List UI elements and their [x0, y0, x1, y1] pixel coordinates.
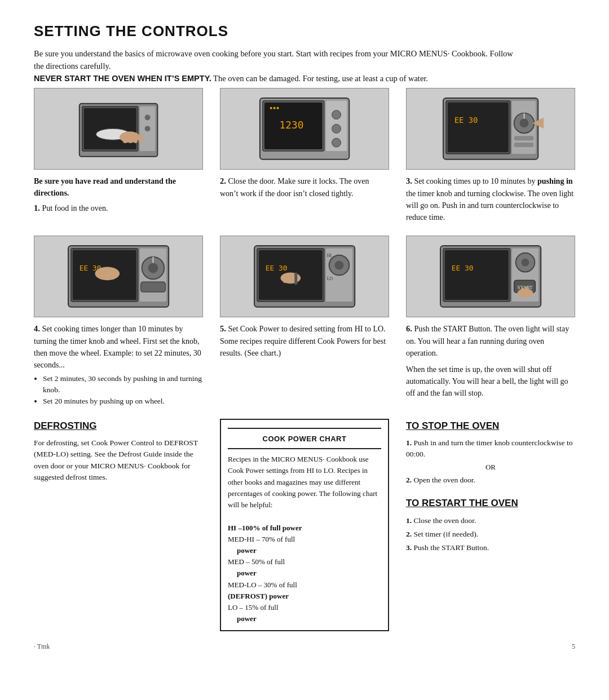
intro-paragraph: Be sure you understand the basics of mic…	[34, 48, 524, 85]
step4-bullet2: Set 20 minutes by pushing up on wheel.	[43, 396, 203, 407]
stop-step1: 1. Push in and turn the timer knob count…	[406, 437, 575, 472]
svg-rect-72	[525, 286, 528, 296]
chart-med-lo-label: MED-LO – 30% of full	[228, 581, 297, 589]
defrost-text: For defrosting, set Cook Power Control t…	[34, 437, 203, 483]
oven-door-illustration: 1230	[229, 92, 380, 165]
step2-num: 2.	[220, 176, 226, 185]
restart-step3-num: 3.	[406, 543, 412, 552]
step4-num: 4.	[34, 324, 40, 333]
step2-image: 1230	[220, 88, 389, 170]
chart-med-hi: MED-HI – 70% of full power	[228, 534, 381, 556]
restart-step2-text: Set timer (if needed).	[414, 530, 479, 538]
oven-timer-illustration: EE 30	[43, 240, 194, 313]
svg-point-17	[273, 107, 276, 109]
step5-image: EE 30 HI LO	[220, 236, 389, 317]
stop-oven-heading: TO STOP THE OVEN	[406, 419, 575, 433]
step1-body: Put food in the oven.	[42, 204, 108, 212]
restart-oven-heading: TO RESTART THE OVEN	[406, 496, 575, 511]
step3-image: EE 30	[406, 88, 575, 170]
restart-step1-num: 1.	[406, 516, 412, 525]
step1-text-block: Be sure you have read and understand the…	[34, 175, 203, 223]
svg-rect-45	[105, 268, 108, 278]
svg-point-67	[521, 259, 529, 267]
step4-bullets: Set 2 minutes, 30 seconds by pushing in …	[34, 373, 203, 407]
restart-step1: 1. Close the oven door.	[406, 515, 575, 526]
warning-bold: NEVER START THE OVEN WHEN IT’S EMPTY.	[34, 74, 211, 83]
cook-power-chart: COOK POWER CHART Recipes in the MICRO ME…	[220, 419, 389, 632]
step3-body: Set cooking times up to 10 minutes by	[414, 177, 537, 185]
stop-step1-text: Push in and turn the timer knob counterc…	[406, 438, 572, 458]
svg-rect-71	[521, 287, 524, 296]
step1-heading: Be sure you have read and understand the…	[34, 177, 176, 197]
step6-body: Push the START Button. The oven light wi…	[406, 325, 569, 357]
oven-power-illustration: EE 30 HI LO	[229, 240, 380, 313]
svg-rect-60	[287, 274, 290, 283]
chart-med-hi-label2: power	[228, 546, 257, 555]
restart-step1-text: Close the oven door.	[414, 516, 476, 525]
chart-lo-label2: power	[228, 614, 257, 623]
restart-oven-steps: 1. Close the oven door. 2. Set timer (if…	[406, 515, 575, 554]
svg-rect-9	[129, 132, 133, 144]
chart-med: MED – 50% of full power	[228, 556, 381, 579]
svg-rect-32	[514, 143, 534, 147]
svg-text:EE 30: EE 30	[454, 116, 478, 125]
warning-rest: The oven can be damaged. For testing, us…	[211, 74, 428, 83]
oven-knob-illustration: EE 30	[415, 92, 566, 165]
stop-step2: 2. Open the oven door.	[406, 475, 575, 486]
step3-bold: pushing in	[537, 177, 573, 185]
svg-point-16	[270, 107, 272, 109]
chart-hi-label: HI –100% of full power	[228, 524, 302, 532]
step4-bullet1: Set 2 minutes, 30 seconds by pushing in …	[43, 373, 203, 396]
step1-num: 1.	[34, 203, 40, 212]
step4-body: Set cooking times longer than 10 minutes…	[34, 325, 201, 369]
top-image-row: 1230 EE 30	[34, 88, 575, 170]
svg-text:HI: HI	[327, 253, 332, 258]
svg-text:1230: 1230	[279, 119, 303, 131]
restart-step2: 2. Set timer (if needed).	[406, 529, 575, 540]
stop-oven-steps: 1. Push in and turn the timer knob count…	[406, 437, 575, 486]
stop-step2-text: Open the oven door.	[414, 476, 475, 484]
step3-text-block: 3. Set cooking times up to 10 minutes by…	[406, 175, 575, 223]
page-number: 5	[572, 643, 575, 651]
svg-point-5	[145, 126, 151, 132]
second-image-row: EE 30 EE 30 HI LO	[34, 236, 575, 317]
svg-point-20	[332, 110, 341, 119]
bottom-section: DEFROSTING For defrosting, set Cook Powe…	[34, 419, 575, 632]
step1-image	[34, 88, 203, 170]
step6-text-block: 6. Push the START Button. The oven light…	[406, 323, 575, 399]
oven-food-illustration	[43, 92, 194, 165]
svg-rect-10	[134, 133, 138, 144]
svg-rect-63	[445, 250, 509, 300]
restart-step3: 3. Push the START Button.	[406, 542, 575, 553]
chart-divider-top	[228, 428, 381, 429]
chart-defrost-label: (DEFROST) power	[228, 592, 289, 600]
svg-rect-11	[139, 135, 143, 144]
chart-title: COOK POWER CHART	[228, 433, 381, 445]
svg-rect-8	[123, 134, 127, 144]
restart-step3-text: Push the START Button.	[414, 543, 489, 552]
svg-text:EE 30: EE 30	[452, 264, 474, 273]
svg-point-4	[145, 115, 151, 121]
svg-rect-58	[294, 273, 297, 285]
stop-step1-num: 1.	[406, 438, 412, 447]
chart-hi: HI –100% of full power	[228, 522, 381, 534]
step5-body: Set Cook Power to desired setting from H…	[220, 325, 386, 357]
svg-point-22	[332, 139, 341, 148]
svg-text:EE 30: EE 30	[266, 264, 288, 273]
step6-image: EE 30 START	[406, 236, 575, 317]
chart-divider-bottom	[228, 448, 381, 449]
cook-power-chart-section: COOK POWER CHART Recipes in the MICRO ME…	[220, 419, 389, 632]
step4-text-block: 4. Set cooking times longer than 10 minu…	[34, 323, 203, 407]
svg-text:LO: LO	[327, 276, 333, 281]
svg-rect-47	[114, 271, 117, 278]
defrost-heading: DEFROSTING	[34, 419, 203, 433]
chart-lo: LO – 15% of full power	[228, 602, 381, 624]
page-footer: · Tmk 5	[34, 643, 575, 651]
chart-lo-label: LO – 15% of full	[228, 603, 279, 612]
or-text: OR	[406, 462, 575, 473]
svg-point-70	[518, 289, 533, 298]
chart-med-hi-label: MED-HI – 70% of full	[228, 535, 295, 543]
step6-num: 6.	[406, 324, 412, 333]
right-column: TO STOP THE OVEN 1. Push in and turn the…	[406, 419, 575, 632]
chart-intro: Recipes in the MICRO MENUS· Cookbook use…	[228, 454, 381, 511]
